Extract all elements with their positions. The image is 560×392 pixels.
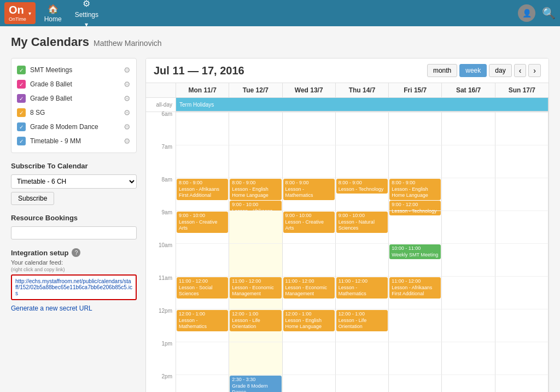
sat-11am[interactable]	[442, 276, 495, 309]
week-view-btn[interactable]: week	[459, 64, 487, 77]
sun-1pm[interactable]	[495, 342, 549, 375]
wed-6am[interactable]	[283, 112, 336, 145]
event-fri-afrikaans[interactable]: 11:00 - 12:00Lesson - AfrikaansFirst Add…	[389, 277, 441, 299]
fri-9am[interactable]	[389, 210, 442, 243]
event-fri-smt[interactable]: 10:00 - 11:00Weekly SMT Meeting	[389, 244, 441, 259]
calendar-item-g8modem[interactable]: ✓ Grade 8 Modem Dance ⚙	[11, 120, 136, 134]
home-nav-link[interactable]: 🏠 Home	[44, 4, 62, 23]
sat-6am[interactable]	[442, 112, 495, 145]
event-thu-life[interactable]: 12:00 - 1:00Lesson - LifeOrientation	[336, 310, 388, 331]
brand-logo[interactable]: On OnTime ▾	[4, 2, 36, 24]
wed-2pm[interactable]	[283, 375, 336, 392]
calendar-item-smt[interactable]: ✓ SMT Meetings ⚙	[11, 63, 136, 77]
gear-icon-timetable9mm[interactable]: ⚙	[124, 137, 131, 145]
mon-6am[interactable]	[176, 112, 229, 145]
event-tue-lesson-english[interactable]: 8:00 - 9:00Lesson - EnglishHome Language	[230, 179, 281, 200]
tue-2pm[interactable]: 2:30 - 3:30Grade 8 ModernDance	[229, 375, 282, 392]
wed-8am[interactable]: 8:00 - 9:00Lesson - Mathematics	[283, 178, 336, 210]
sat-7am[interactable]	[442, 145, 495, 178]
event-wed-creative[interactable]: 9:00 - 10:00Lesson - CreativeArts	[283, 212, 335, 233]
event-tue-g8modem[interactable]: 2:30 - 3:30Grade 8 ModernDance	[230, 376, 281, 392]
next-btn[interactable]: ›	[528, 64, 541, 77]
thu-1pm[interactable]	[336, 342, 389, 375]
event-mon-social[interactable]: 11:00 - 12:00Lesson - SocialSciences	[177, 277, 228, 299]
sun-8am[interactable]	[495, 178, 549, 210]
fri-12pm[interactable]	[389, 309, 442, 342]
sun-6am[interactable]	[495, 112, 549, 145]
sun-12pm[interactable]	[495, 309, 549, 342]
fri-6am[interactable]	[389, 112, 442, 145]
thu-9am[interactable]: 9:00 - 10:00Lesson - NaturalSciences	[336, 210, 389, 243]
event-mon-creative[interactable]: 9:00 - 10:00Lesson - CreativeArts	[177, 212, 228, 233]
calendar-checkbox-8sg[interactable]: ✓	[17, 108, 26, 117]
thu-7am[interactable]	[336, 145, 389, 178]
resource-input[interactable]	[11, 226, 137, 239]
integration-url-box[interactable]: http://echs.mystaffroom.net/public/calen…	[11, 274, 137, 300]
gear-icon-g8ballet[interactable]: ⚙	[124, 80, 131, 89]
thu-11am[interactable]: 11:00 - 12:00Lesson - Mathematics	[336, 276, 389, 309]
fri-8am[interactable]: 8:00 - 9:00Lesson - EnglishHome Language…	[389, 178, 442, 210]
event-fri-lesson-english[interactable]: 8:00 - 9:00Lesson - EnglishHome Language	[389, 179, 441, 200]
event-thu-maths[interactable]: 11:00 - 12:00Lesson - Mathematics	[336, 277, 388, 299]
wed-11am[interactable]: 11:00 - 12:00Lesson - EconomicManagement	[283, 276, 336, 309]
calendar-checkbox-g8modem[interactable]: ✓	[17, 122, 26, 131]
event-mon-lesson-afrikaans[interactable]: 8:00 - 9:00Lesson - AfrikaansFirst Addit…	[177, 179, 228, 200]
wed-7am[interactable]	[283, 145, 336, 178]
mon-7am[interactable]	[176, 145, 229, 178]
mon-2pm[interactable]	[176, 375, 229, 392]
sat-12pm[interactable]	[442, 309, 495, 342]
sun-9am[interactable]	[495, 210, 549, 243]
tue-10am[interactable]	[229, 243, 282, 276]
sat-10am[interactable]	[442, 243, 495, 276]
wed-9am[interactable]: 9:00 - 10:00Lesson - CreativeArts	[283, 210, 336, 243]
mon-12pm[interactable]: 12:00 - 1:00Lesson - Mathematics	[176, 309, 229, 342]
fri-7am[interactable]	[389, 145, 442, 178]
mon-9am[interactable]: 9:00 - 10:00Lesson - CreativeArts	[176, 210, 229, 243]
fri-11am[interactable]: 11:00 - 12:00Lesson - AfrikaansFirst Add…	[389, 276, 442, 309]
tue-8am[interactable]: 8:00 - 9:00Lesson - EnglishHome Language…	[229, 178, 282, 210]
gear-icon-8sg[interactable]: ⚙	[124, 108, 131, 117]
sat-9am[interactable]	[442, 210, 495, 243]
sun-10am[interactable]	[495, 243, 549, 276]
mon-10am[interactable]	[176, 243, 229, 276]
tue-11am[interactable]: 11:00 - 12:00Lesson - EconomicManagement	[229, 276, 282, 309]
month-view-btn[interactable]: month	[427, 64, 457, 77]
gear-icon-g8modem[interactable]: ⚙	[124, 122, 131, 131]
fri-2pm[interactable]	[389, 375, 442, 392]
sun-11am[interactable]	[495, 276, 549, 309]
calendar-checkbox-g8ballet[interactable]: ✓	[17, 80, 26, 89]
settings-nav-link[interactable]: ⚙ Settings ▾	[75, 0, 98, 28]
search-icon[interactable]: 🔍	[542, 7, 556, 20]
event-tue-life[interactable]: 12:00 - 1:00Lesson - LifeOrientation	[230, 310, 281, 331]
avatar[interactable]: 👤	[518, 4, 535, 22]
calendar-item-timetable9mm[interactable]: ✓ Timetable - 9 MM ⚙	[11, 134, 136, 148]
subscribe-button[interactable]: Subscribe	[11, 192, 54, 205]
thu-8am[interactable]: 8:00 - 9:00Lesson - Technology	[336, 178, 389, 210]
sat-2pm[interactable]	[442, 375, 495, 392]
tue-12pm[interactable]: 12:00 - 1:00Lesson - LifeOrientation	[229, 309, 282, 342]
sat-1pm[interactable]	[442, 342, 495, 375]
generate-link[interactable]: Generate a new secret URL	[11, 305, 92, 312]
gear-icon-smt[interactable]: ⚙	[124, 66, 131, 74]
calendar-checkbox-g9ballet[interactable]: ✓	[17, 94, 26, 103]
tue-6am[interactable]	[229, 112, 282, 145]
thu-6am[interactable]	[336, 112, 389, 145]
wed-10am[interactable]	[283, 243, 336, 276]
info-icon[interactable]: ?	[72, 248, 80, 257]
tue-9am[interactable]	[229, 210, 282, 243]
calendar-checkbox-smt[interactable]: ✓	[17, 66, 26, 74]
event-thu-natural[interactable]: 9:00 - 10:00Lesson - NaturalSciences	[336, 212, 388, 233]
event-wed-english[interactable]: 12:00 - 1:00Lesson - EnglishHome Languag…	[283, 310, 335, 331]
thu-12pm[interactable]: 12:00 - 1:00Lesson - LifeOrientation	[336, 309, 389, 342]
term-holiday-event[interactable]: Term Holidays	[176, 98, 549, 112]
wed-12pm[interactable]: 12:00 - 1:00Lesson - EnglishHome Languag…	[283, 309, 336, 342]
mon-1pm[interactable]	[176, 342, 229, 375]
sun-2pm[interactable]	[495, 375, 549, 392]
mon-11am[interactable]: 11:00 - 12:00Lesson - SocialSciences	[176, 276, 229, 309]
thu-2pm[interactable]	[336, 375, 389, 392]
tue-1pm[interactable]	[229, 342, 282, 375]
subscribe-select[interactable]: Timetable - 6 CH Timetable - 9 MM SMT Me…	[11, 174, 137, 189]
event-wed-economic[interactable]: 11:00 - 12:00Lesson - EconomicManagement	[283, 277, 335, 299]
fri-1pm[interactable]	[389, 342, 442, 375]
gear-icon-g9ballet[interactable]: ⚙	[124, 94, 131, 103]
